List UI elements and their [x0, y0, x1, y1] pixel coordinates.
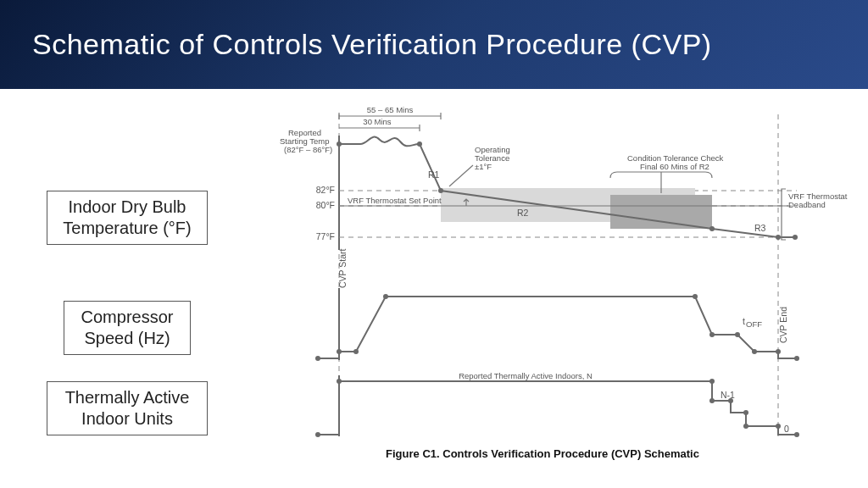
- toff: t: [743, 316, 745, 326]
- figure-caption: Figure C1. Controls Verification Procedu…: [386, 447, 699, 460]
- setpoint-label: VRF Thermostat Set Point: [348, 196, 442, 205]
- slide-header: Schematic of Controls Verification Proce…: [0, 0, 868, 89]
- slide-title: Schematic of Controls Verification Proce…: [32, 28, 712, 61]
- svg-point-34: [337, 379, 342, 384]
- schematic-svg: 82°F 80°F 77°F VRF Thermostat Set Point …: [237, 97, 848, 470]
- cvp-start: CVP Start: [337, 248, 348, 288]
- svg-point-40: [776, 424, 781, 429]
- svg-point-25: [383, 294, 388, 299]
- svg-point-24: [353, 349, 359, 354]
- plot-compressor: t OFF: [315, 288, 799, 361]
- reported-n: Reported Thermally Active Indoors, N: [459, 371, 593, 380]
- label-compressor: Compressor Speed (Hz): [64, 301, 191, 355]
- reported-start-3: (82°F – 86°F): [284, 145, 332, 154]
- label-temperature: Indoor Dry Bulb Temperature (°F): [47, 191, 208, 245]
- plot-temperature: 82°F 80°F 77°F VRF Thermostat Set Point …: [280, 105, 848, 250]
- plot-units: Reported Thermally Active Indoors, N N-1…: [315, 371, 799, 437]
- svg-point-13: [793, 235, 798, 240]
- svg-point-27: [709, 332, 715, 337]
- optol-3: ±1°F: [475, 162, 492, 171]
- svg-point-22: [315, 356, 320, 361]
- svg-point-33: [315, 432, 320, 437]
- dim-55-65: 55 – 65 Mins: [367, 105, 414, 114]
- label-units: Thermally Active Indoor Units: [47, 381, 208, 435]
- cond-2: Final 60 Mins of R2: [640, 162, 709, 171]
- svg-point-28: [735, 332, 740, 337]
- svg-point-23: [337, 349, 342, 354]
- label-r1: R1: [428, 169, 440, 180]
- slide-body: Indoor Dry Bulb Temperature (°F) Compres…: [0, 89, 868, 488]
- svg-point-35: [709, 379, 715, 384]
- n-1: N-1: [721, 390, 735, 400]
- svg-point-9: [417, 141, 422, 147]
- svg-point-29: [752, 349, 757, 354]
- svg-point-11: [709, 226, 715, 231]
- label-r3: R3: [754, 223, 766, 233]
- svg-point-36: [709, 398, 715, 403]
- svg-point-26: [693, 294, 698, 299]
- svg-point-38: [743, 410, 748, 415]
- svg-point-30: [776, 349, 781, 354]
- svg-point-31: [794, 356, 799, 361]
- tick-80: 80°F: [316, 200, 335, 210]
- cvp-end: CVP End: [778, 307, 788, 343]
- svg-point-10: [438, 188, 443, 193]
- toff-sub: OFF: [746, 319, 762, 329]
- dim-30: 30 Mins: [363, 117, 392, 126]
- svg-point-8: [337, 141, 342, 147]
- zero: 0: [784, 424, 789, 434]
- svg-point-39: [743, 424, 748, 429]
- svg-rect-7: [610, 195, 712, 229]
- svg-point-12: [776, 235, 781, 240]
- svg-point-41: [794, 432, 799, 437]
- deadband-2: Deadband: [788, 200, 826, 209]
- label-r2: R2: [517, 208, 529, 218]
- tick-82: 82°F: [316, 185, 335, 195]
- tick-77: 77°F: [316, 231, 335, 241]
